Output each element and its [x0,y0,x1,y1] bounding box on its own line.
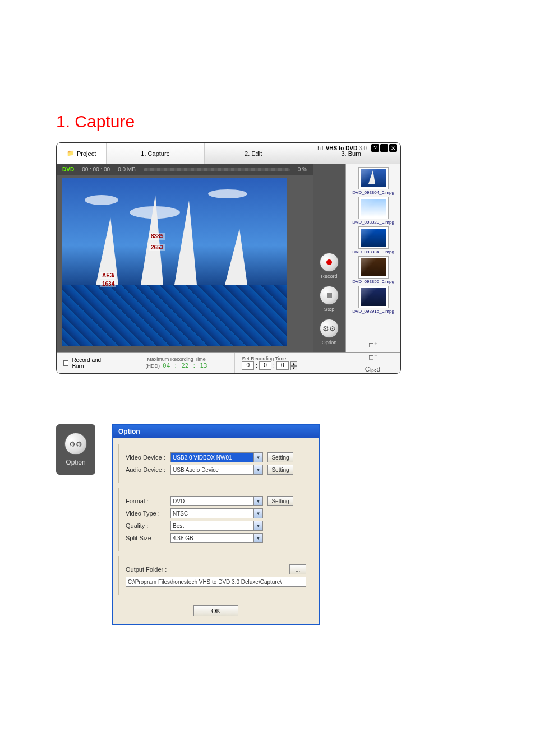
video-device-label: Video Device : [126,454,170,461]
spinner-down-icon[interactable]: ▼ [290,366,297,370]
clip-thumbnail [359,227,388,248]
clip-filename: DVD_093804_0.mpg [352,190,394,195]
split-size-label: Split Size : [126,535,170,541]
clip-filename: DVD_093820_0.mpg [352,220,394,225]
brand-prefix: hT [317,145,324,151]
set-seconds-input[interactable]: 0 [276,361,289,370]
timecode: 00 : 00 : 00 [82,166,110,173]
chevron-down-icon[interactable]: ▼ [253,453,262,462]
format-select[interactable]: DVD ▼ [170,496,263,506]
list-item[interactable]: DVD_093915_0.mpg [352,286,394,314]
sail-number: 1634 [100,280,116,287]
spinner-up-icon[interactable]: ▲ [290,361,297,366]
option-label: Option [322,340,337,345]
record-and-burn-label: Record and Burn [72,357,111,369]
clip-thumbnail [359,197,388,219]
capture-progress [144,168,290,171]
colon: : [256,363,257,369]
option-launcher: ⚙⚙ Option [56,424,95,475]
titlebar: hT VHS to DVD 3.0 ? — ✕ [317,144,397,152]
project-button[interactable]: 📁 Project [57,143,107,164]
list-item[interactable]: DVD_093804_0.mpg [352,168,394,195]
record-and-burn-checkbox[interactable] [63,360,68,366]
audio-device-value: USB Audio Device [173,467,219,473]
clip-thumbnail [359,286,388,308]
split-size-select[interactable]: 4.38 GB ▼ [170,533,263,543]
brand-version: 3.0 [359,145,367,151]
list-item[interactable]: DVD_093834_0.mpg [352,227,394,254]
clip-filename: DVD_093834_0.mpg [352,249,394,254]
brand-name: VHS to DVD [326,145,358,151]
option-dialog: Option Video Device : USB2.0 VIDBOX NW01… [112,424,320,625]
stop-label: Stop [324,307,335,312]
set-hours-input[interactable]: 0 [242,361,254,370]
help-button[interactable]: ? [371,144,379,152]
sail-number: AE3/ [100,272,116,279]
browse-button[interactable]: ... [289,564,306,574]
record-icon [326,259,332,265]
preview-status-bar: DVD 00 : 00 : 00 0.0 MB 0 % [57,164,313,175]
tab-capture[interactable]: 1. Capture [107,143,205,164]
time-spinner[interactable]: ▲ ▼ [290,361,297,370]
capture-size: 0.0 MB [118,166,136,173]
video-device-value: USB2.0 VIDBOX NW01 [173,454,232,461]
clip-list: DVD_093804_0.mpg DVD_093820_0.mpg DVD_09… [345,164,400,352]
capture-controls: Record Stop ⚙⚙ Option [313,164,345,352]
app-window: hT VHS to DVD 3.0 ? — ✕ 📁 Project 1. Cap… [56,142,401,374]
format-label: Format : [126,498,170,504]
tab-edit[interactable]: 2. Edit [205,143,303,164]
chevron-down-icon[interactable]: ▼ [253,534,262,542]
quality-value: Best [173,523,184,529]
clip-thumbnail [359,257,388,278]
max-recording-time: 04 : 22 : 13 [163,362,207,369]
chevron-down-icon[interactable]: ▼ [253,465,262,474]
max-recording-label: Maximum Recording Time [147,356,206,362]
video-type-label: Video Type : [126,510,170,517]
sail-number: 2653 [149,244,165,251]
audio-device-select[interactable]: USB Audio Device ▼ [170,465,263,475]
record-button[interactable] [320,253,339,272]
device-icon[interactable]: ◻⁺ [368,341,377,349]
set-minutes-input[interactable]: 0 [259,361,271,370]
option-label: Option [66,458,85,466]
list-item[interactable]: DVD_093820_0.mpg [352,197,394,225]
video-device-select[interactable]: USB2.0 VIDBOX NW01 ▼ [170,452,263,462]
dialog-title: Option [113,425,319,438]
stop-button[interactable] [320,286,339,305]
video-type-select[interactable]: NTSC ▼ [170,508,263,518]
quality-label: Quality : [126,522,170,529]
option-button[interactable]: ⚙⚙ [320,319,339,338]
output-folder-path[interactable]: C:\Program Files\honestech VHS to DVD 3.… [126,577,306,587]
chevron-down-icon[interactable]: ▼ [253,497,262,505]
gear-icon: ⚙⚙ [69,440,82,448]
device-icon[interactable]: ◻⁻ [368,353,377,361]
stop-icon [327,293,332,298]
format-value: DVD [173,498,185,504]
colon: : [273,363,275,369]
video-preview: 8385 2653 AE3/ 1634 [62,178,287,346]
chevron-down-icon[interactable]: ▼ [253,509,262,518]
minimize-button[interactable]: — [380,144,388,152]
sail-number: 8385 [149,233,165,240]
audio-device-label: Audio Device : [126,466,170,473]
format-setting-button[interactable]: Setting [268,496,293,506]
hdd-label: (HDD) [146,363,160,369]
app-brand: hT VHS to DVD 3.0 [317,145,367,151]
option-button[interactable]: ⚙⚙ [64,433,87,455]
disc-type: DVD [62,166,74,173]
split-size-value: 4.38 GB [173,535,193,541]
close-button[interactable]: ✕ [389,144,397,152]
video-type-value: NTSC [173,511,188,517]
capture-percent: 0 % [298,166,307,173]
chevron-down-icon[interactable]: ▼ [253,521,262,530]
device-icon-row: ◻⁺ ◻⁻ Cᵢₚₒd Cₚₛₚ [345,353,400,373]
list-item[interactable]: DVD_093856_0.mpg [352,257,394,284]
video-device-setting-button[interactable]: Setting [268,452,293,462]
audio-device-setting-button[interactable]: Setting [268,465,293,475]
project-icon: 📁 [67,150,75,157]
ipod-icon[interactable]: Cᵢₚₒd [365,365,380,373]
clip-thumbnail [359,168,388,189]
record-label: Record [321,273,337,279]
ok-button[interactable]: OK [193,605,238,616]
quality-select[interactable]: Best ▼ [170,521,263,531]
